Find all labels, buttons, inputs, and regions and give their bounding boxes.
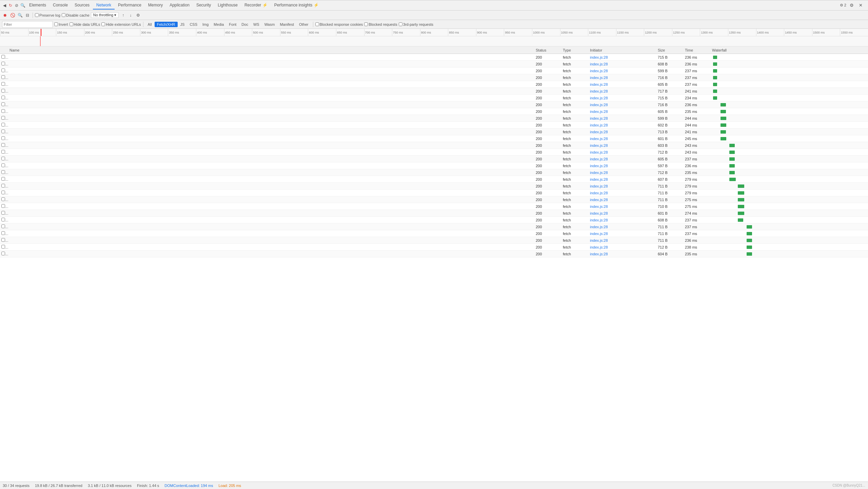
table-row[interactable]: 9 200 fetch index.js:28 605 B 235 ms: [0, 108, 868, 115]
table-row[interactable]: 26 200 fetch index.js:28 711 B 237 ms: [0, 223, 868, 230]
initiator-link[interactable]: index.js:28: [590, 103, 608, 107]
table-row[interactable]: 29 200 fetch index.js:28 712 B 238 ms: [0, 244, 868, 251]
search-network-icon[interactable]: 🔍: [17, 12, 23, 18]
table-row[interactable]: 6 200 fetch index.js:28 717 B 241 ms: [0, 88, 868, 95]
tab-network[interactable]: Network: [93, 1, 115, 9]
table-row[interactable]: 19 200 fetch index.js:28 607 B 279 ms: [0, 176, 868, 183]
header-initiator[interactable]: Initiator: [590, 48, 658, 52]
header-waterfall[interactable]: Waterfall: [712, 48, 868, 52]
filter-other[interactable]: Other: [297, 22, 311, 27]
filter-img[interactable]: Img: [200, 22, 211, 27]
table-row[interactable]: 2 200 fetch index.js:28 608 B 236 ms: [0, 61, 868, 67]
row-checkbox[interactable]: [1, 69, 5, 72]
row-checkbox[interactable]: [1, 184, 5, 188]
initiator-link[interactable]: index.js:28: [590, 62, 608, 66]
filter-manifest[interactable]: Manifest: [277, 22, 296, 27]
tab-lighthouse[interactable]: Lighthouse: [214, 1, 241, 9]
initiator-link[interactable]: index.js:28: [590, 191, 608, 195]
import-icon[interactable]: ↑: [120, 12, 126, 18]
filter-media[interactable]: Media: [211, 22, 226, 27]
initiator-link[interactable]: index.js:28: [590, 225, 608, 229]
export-icon[interactable]: ↓: [127, 12, 134, 18]
table-row[interactable]: 21 200 fetch index.js:28 711 B 279 ms: [0, 190, 868, 196]
row-checkbox[interactable]: [1, 204, 5, 208]
table-row[interactable]: 20 200 fetch index.js:28 711 B 279 ms: [0, 183, 868, 190]
table-row[interactable]: 14 200 fetch index.js:28 603 B 243 ms: [0, 142, 868, 149]
initiator-link[interactable]: index.js:28: [590, 164, 608, 168]
dom-content-loaded[interactable]: DOMContentLoaded: 194 ms: [164, 484, 213, 488]
hide-ext-urls-checkbox[interactable]: [101, 22, 105, 26]
header-name[interactable]: Name: [8, 48, 536, 52]
table-row[interactable]: 5 200 fetch index.js:28 605 B 237 ms: [0, 81, 868, 88]
table-row[interactable]: 22 200 fetch index.js:28 711 B 275 ms: [0, 196, 868, 203]
hide-data-urls-checkbox[interactable]: [70, 22, 73, 26]
initiator-link[interactable]: index.js:28: [590, 245, 608, 249]
row-checkbox[interactable]: [1, 163, 5, 167]
row-checkbox[interactable]: [1, 211, 5, 215]
row-checkbox[interactable]: [1, 191, 5, 194]
initiator-link[interactable]: index.js:28: [590, 76, 608, 80]
initiator-link[interactable]: index.js:28: [590, 69, 608, 73]
load-time[interactable]: Load: 205 ms: [218, 484, 241, 488]
header-status[interactable]: Status: [536, 48, 563, 52]
invert-checkbox[interactable]: [54, 22, 58, 26]
row-checkbox[interactable]: [1, 123, 5, 126]
initiator-link[interactable]: index.js:28: [590, 157, 608, 161]
filter-font[interactable]: Font: [226, 22, 239, 27]
tab-console[interactable]: Console: [50, 1, 71, 9]
row-checkbox[interactable]: [1, 170, 5, 174]
row-checkbox[interactable]: [1, 245, 5, 249]
row-checkbox[interactable]: [1, 109, 5, 113]
row-checkbox[interactable]: [1, 96, 5, 99]
row-checkbox[interactable]: [1, 218, 5, 221]
row-checkbox[interactable]: [1, 224, 5, 228]
initiator-link[interactable]: index.js:28: [590, 252, 608, 256]
table-row[interactable]: 25 200 fetch index.js:28 608 B 237 ms: [0, 217, 868, 223]
initiator-link[interactable]: index.js:28: [590, 211, 608, 215]
tab-performance[interactable]: Performance: [115, 1, 145, 9]
row-checkbox[interactable]: [1, 55, 5, 59]
row-checkbox[interactable]: [1, 238, 5, 242]
table-row[interactable]: 10 200 fetch index.js:28 599 B 244 ms: [0, 115, 868, 122]
filter-js[interactable]: JS: [178, 22, 187, 27]
row-checkbox[interactable]: [1, 231, 5, 235]
initiator-link[interactable]: index.js:28: [590, 218, 608, 222]
table-row[interactable]: 24 200 fetch index.js:28 601 B 274 ms: [0, 210, 868, 217]
table-row[interactable]: 13 200 fetch index.js:28 601 B 245 ms: [0, 135, 868, 142]
search-icon[interactable]: 🔍: [20, 2, 26, 8]
back-icon[interactable]: ◀: [1, 2, 7, 8]
table-body[interactable]: 1 200 fetch index.js:28 715 B 236 ms 2 2…: [0, 54, 868, 482]
initiator-link[interactable]: index.js:28: [590, 171, 608, 175]
filter-input[interactable]: [2, 21, 53, 28]
initiator-link[interactable]: index.js:28: [590, 55, 608, 59]
row-checkbox[interactable]: [1, 197, 5, 201]
table-row[interactable]: 12 200 fetch index.js:28 713 B 241 ms: [0, 129, 868, 135]
disable-cache-checkbox[interactable]: [62, 13, 65, 17]
tab-security[interactable]: Security: [193, 1, 214, 9]
filter-doc[interactable]: Doc: [239, 22, 251, 27]
table-row[interactable]: 23 200 fetch index.js:28 710 B 275 ms: [0, 203, 868, 210]
row-checkbox[interactable]: [1, 116, 5, 120]
blocked-cookies-checkbox[interactable]: [315, 22, 319, 26]
initiator-link[interactable]: index.js:28: [590, 130, 608, 134]
filter-fetch-xhr[interactable]: Fetch/XHR: [155, 22, 178, 27]
throttle-select[interactable]: No throttling ▾: [91, 12, 119, 18]
clear-network-icon[interactable]: 🚫: [9, 12, 16, 18]
table-row[interactable]: 4 200 fetch index.js:28 716 B 237 ms: [0, 74, 868, 81]
tab-elements[interactable]: Elements: [26, 1, 50, 9]
row-checkbox[interactable]: [1, 143, 5, 147]
table-row[interactable]: 16 200 fetch index.js:28 605 B 237 ms: [0, 156, 868, 162]
initiator-link[interactable]: index.js:28: [590, 137, 608, 141]
row-checkbox[interactable]: [1, 82, 5, 86]
filter-ws[interactable]: WS: [251, 22, 262, 27]
table-row[interactable]: 1 200 fetch index.js:28 715 B 236 ms: [0, 54, 868, 61]
table-row[interactable]: 28 200 fetch index.js:28 711 B 236 ms: [0, 237, 868, 244]
tab-sources[interactable]: Sources: [71, 1, 93, 9]
initiator-link[interactable]: index.js:28: [590, 150, 608, 154]
filter-network-icon[interactable]: ⊟: [24, 12, 31, 18]
row-checkbox[interactable]: [1, 89, 5, 93]
initiator-link[interactable]: index.js:28: [590, 238, 608, 242]
filter-css[interactable]: CSS: [187, 22, 200, 27]
filter-all[interactable]: All: [145, 22, 154, 27]
row-checkbox[interactable]: [1, 157, 5, 160]
